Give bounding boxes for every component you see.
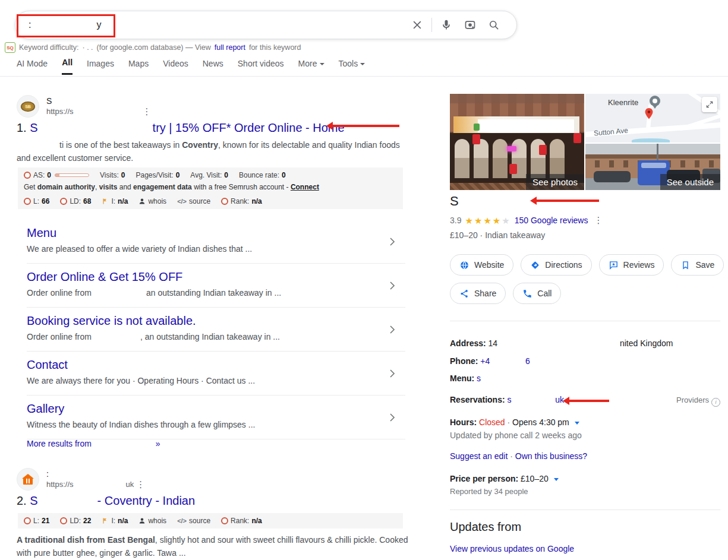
connect-link[interactable]: Connect	[291, 183, 319, 191]
kd-suffix: for this keyword	[249, 43, 301, 52]
directions-button[interactable]: Directions	[521, 254, 591, 276]
link-label: source	[189, 516, 210, 526]
metric-avg-visit[interactable]: Avg. Visit:0	[190, 170, 228, 180]
reviews-button[interactable]: Reviews	[599, 254, 664, 276]
metric-ld[interactable]: LD:68	[60, 197, 91, 206]
more-results-link[interactable]: More results from »	[27, 439, 160, 448]
info-icon[interactable]	[711, 398, 720, 407]
result-2-title-link[interactable]: S- Coventry - Indian	[30, 494, 195, 507]
chevron-right-icon[interactable]	[385, 366, 399, 383]
reservations-link[interactable]: s	[507, 395, 511, 404]
kebab-menu-icon[interactable]	[140, 106, 154, 117]
map-pin-icon	[642, 107, 655, 126]
knowledge-panel: See photos Kleenrite Sutton Ave	[450, 94, 720, 560]
search-input[interactable]: : y	[15, 11, 405, 39]
chevron-right-icon[interactable]	[385, 322, 399, 339]
tab-short-videos[interactable]: Short videos	[238, 58, 284, 75]
metric-i[interactable]: I:n/a	[102, 516, 128, 526]
full-report-link[interactable]: full report	[215, 43, 245, 52]
phone-row: Phone: +4 6	[450, 356, 530, 366]
site-url[interactable]: https://s	[46, 106, 154, 117]
phone-link[interactable]: 6	[525, 356, 530, 366]
tab-more[interactable]: More	[298, 58, 324, 75]
metric-visits[interactable]: Visits:0	[100, 170, 125, 180]
view-updates-link[interactable]: View previous updates on Google	[450, 544, 574, 554]
street-view-photo[interactable]: See outside	[585, 144, 720, 190]
seoquake-ring-icon	[24, 198, 31, 205]
tab-all[interactable]: All	[62, 58, 73, 75]
source-link[interactable]: source	[177, 197, 210, 206]
search-icon[interactable]	[482, 13, 506, 37]
site-url[interactable]: https://s uk	[46, 479, 147, 490]
share-button[interactable]: Share	[450, 283, 506, 304]
star-icon	[474, 216, 483, 226]
metric-pages-visit[interactable]: Pages/Visit:0	[136, 170, 180, 180]
source-link[interactable]: source	[177, 516, 210, 526]
call-button[interactable]: Call	[513, 283, 561, 304]
seoquake-bar: L:21 LD:22 I:n/a whois source Rank:n/a	[18, 513, 403, 529]
metric-label: Pages/Visit:	[136, 170, 174, 180]
google-reviews-link[interactable]: 150 Google reviews	[515, 216, 588, 225]
sitelink-title[interactable]: Gallery	[27, 401, 405, 416]
own-business-link[interactable]: Own this business?	[515, 451, 587, 461]
menu-link[interactable]: s	[477, 374, 481, 383]
storefront-photo[interactable]: See photos	[450, 94, 584, 190]
mic-icon[interactable]	[434, 13, 458, 37]
tab-images[interactable]: Images	[87, 58, 114, 75]
photo-shape	[472, 134, 480, 144]
sitelink-title[interactable]: Booking service is not available.	[27, 314, 405, 328]
sitelink-title[interactable]: Contact	[27, 357, 405, 372]
result-1-title: 1. Stry | 15% OFF* Order Online - Home	[17, 120, 345, 135]
providers-label[interactable]: Providers	[676, 396, 720, 407]
chevron-right-icon[interactable]	[385, 235, 399, 251]
result-1-header: SB S https://s	[17, 95, 154, 118]
keyword-difficulty-banner: SQ Keyword difficulty: · . . (for google…	[5, 42, 301, 53]
site-name[interactable]: S	[46, 96, 154, 106]
button-label: Call	[537, 289, 551, 298]
chevron-right-icon[interactable]	[385, 410, 399, 427]
whois-link[interactable]: whois	[138, 197, 166, 206]
website-button[interactable]: Website	[450, 254, 513, 276]
metric-rank[interactable]: Rank:n/a	[221, 516, 262, 526]
phone-link[interactable]: +4	[480, 356, 490, 366]
expand-map-icon[interactable]	[702, 97, 717, 112]
promo-text: ,	[95, 183, 99, 191]
sitelink-gallery: Gallery Witness the beauty of Indian dis…	[27, 396, 405, 439]
metric-i[interactable]: I:n/a	[102, 197, 128, 206]
chevron-down-icon[interactable]	[575, 422, 579, 425]
result-1-title-link[interactable]: Stry | 15% OFF* Order Online - Home	[30, 121, 344, 134]
see-outside-badge[interactable]: See outside	[660, 174, 720, 190]
kebab-menu-icon[interactable]	[134, 479, 147, 490]
metric-l[interactable]: L:21	[24, 516, 49, 526]
tab-ai-mode[interactable]: AI Mode	[17, 58, 48, 75]
chevron-right-icon[interactable]	[385, 279, 399, 295]
metric-value: n/a	[118, 197, 128, 206]
see-photos-badge[interactable]: See photos	[526, 174, 584, 190]
metric-as[interactable]: AS:0	[24, 170, 89, 180]
kebab-menu-icon[interactable]	[591, 215, 605, 226]
metric-l[interactable]: L:66	[24, 197, 49, 206]
tab-news[interactable]: News	[203, 58, 223, 75]
metric-ld[interactable]: LD:22	[60, 516, 91, 526]
whois-link[interactable]: whois	[138, 516, 166, 526]
suggest-edit-link[interactable]: Suggest an edit	[450, 451, 508, 461]
clear-icon[interactable]	[405, 13, 429, 37]
site-name[interactable]: :	[46, 469, 147, 479]
link-label: source	[189, 197, 210, 206]
promo-text: and	[117, 183, 133, 191]
sitelink-title[interactable]: Menu	[27, 226, 405, 240]
lens-icon[interactable]	[458, 13, 482, 37]
tab-maps[interactable]: Maps	[128, 58, 149, 75]
link-label: whois	[148, 516, 166, 526]
mini-map[interactable]: Kleenrite Sutton Ave	[585, 94, 720, 143]
metric-bounce-rate[interactable]: Bounce rate:0	[239, 170, 286, 180]
divider	[450, 321, 720, 321]
sitelink-title[interactable]: Order Online & Get 15% OFF	[27, 270, 405, 284]
save-button[interactable]: Save	[671, 254, 724, 276]
chevron-down-icon[interactable]	[554, 478, 559, 481]
tab-tools[interactable]: Tools	[339, 58, 365, 75]
tab-videos[interactable]: Videos	[163, 58, 188, 75]
metric-rank[interactable]: Rank:n/a	[221, 197, 262, 206]
metric-value: 0	[282, 170, 286, 180]
result-2-favicon	[17, 468, 39, 491]
